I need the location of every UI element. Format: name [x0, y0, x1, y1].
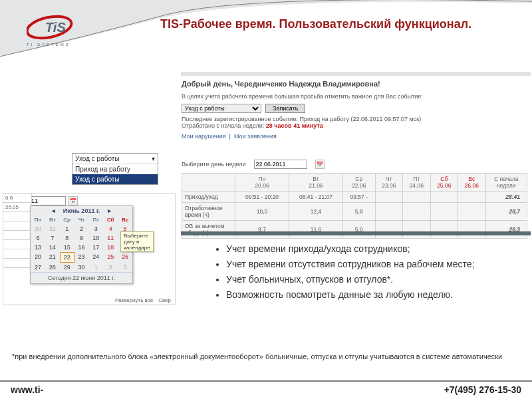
footnote: *при внедрении дополнительного блока «эл…: [12, 352, 517, 360]
cal-day[interactable]: 31: [45, 224, 60, 233]
cal-day[interactable]: 29: [60, 263, 74, 272]
timesheet-cell: [375, 192, 402, 203]
timesheet-cell: 11,6: [289, 221, 342, 239]
week-date-input[interactable]: [254, 160, 307, 169]
cal-day[interactable]: 28: [45, 263, 60, 272]
cal-day[interactable]: 2: [103, 263, 118, 272]
divider-band: [181, 231, 531, 235]
last-event-text: Последнее зарегистрированное событие: Пр…: [182, 116, 527, 122]
cal-dow: Вт: [45, 215, 60, 224]
week-panel: Выберите день недели 📅 Пн20.06Вт21.06Ср2…: [182, 160, 527, 239]
cal-day[interactable]: 21: [45, 252, 60, 263]
cal-day[interactable]: 11: [103, 233, 118, 243]
timesheet-cell: [403, 192, 430, 203]
left-mini-grid: 0 8 25.05: [3, 193, 32, 268]
timesheet-row-label: ОВ за вычетом обеда (ч): [182, 221, 235, 239]
timesheet-cell: 09:57 -: [342, 192, 375, 203]
timesheet-table: Пн20.06Вт21.06Ср22.06Чт23.06Пт24.06Сб25.…: [182, 173, 527, 239]
cal-dow: Ср: [60, 215, 74, 224]
timesheet-row-label: Отработанное время (ч): [182, 203, 235, 221]
timesheet-header: Пн20.06: [235, 174, 289, 192]
feature-list: Учет времени прихода/ухода сотрудников; …: [226, 243, 512, 304]
cal-today-link[interactable]: Сегодня 22 июня 2011 г.: [31, 272, 132, 283]
timesheet-cell: [430, 203, 458, 221]
dropdown-selected: Уход с работы: [75, 155, 119, 162]
timesheet-cell: 10,5: [235, 203, 289, 221]
timesheet-cell: [458, 203, 485, 221]
cal-day[interactable]: 7: [45, 233, 60, 243]
link-requests[interactable]: Мои заявления: [234, 133, 277, 140]
timesheet-total: 28,7: [485, 203, 527, 221]
timesheet-cell: [403, 221, 430, 239]
cal-day[interactable]: 10: [88, 233, 103, 243]
cal-day[interactable]: 20: [31, 252, 45, 263]
intro-text: В целях учета рабочего времени большая п…: [182, 93, 527, 100]
timesheet-cell: [375, 221, 402, 239]
cal-day[interactable]: 14: [45, 243, 60, 252]
cal-dow: Сб: [103, 215, 118, 224]
dropdown-option[interactable]: Приход на работу: [72, 164, 158, 174]
cal-day[interactable]: 3: [88, 224, 103, 233]
timesheet-cell: [458, 221, 485, 239]
week-pick-label: Выберите день недели: [182, 161, 246, 168]
worked-value: 28 часов 41 минута: [266, 122, 323, 129]
cal-day[interactable]: 4: [103, 224, 118, 233]
cal-day[interactable]: 27: [31, 263, 45, 272]
cal-day[interactable]: 16: [74, 243, 89, 252]
cal-day[interactable]: 26: [118, 252, 132, 263]
cal-day[interactable]: 1: [60, 224, 74, 233]
footer-site: www.ti-: [11, 384, 43, 395]
cal-day[interactable]: 6: [31, 233, 45, 243]
cal-dow: Чт: [74, 215, 89, 224]
cal-day[interactable]: 9: [74, 233, 89, 243]
logo-subtitle: TI SYSTEMS: [27, 43, 86, 47]
cal-day[interactable]: 24: [88, 252, 103, 263]
divider-top: [181, 72, 531, 76]
expand-all-link[interactable]: Развернуть все: [115, 297, 153, 303]
event-dropdown-open[interactable]: Уход с работы ▾ Приход на работу Уход с …: [72, 153, 158, 185]
cal-month-title: Июнь 2011 г.: [63, 207, 100, 214]
cal-day[interactable]: 30: [31, 224, 45, 233]
calendar-widget: 📅 0 8 25.05 ◄ Июнь 2011 г. ► Выберите да…: [3, 193, 176, 305]
cal-day[interactable]: 23: [74, 252, 89, 263]
collapse-all-link[interactable]: Свер: [158, 297, 171, 303]
timesheet-cell: 12,4: [289, 203, 342, 221]
list-item: Возможность посмотреть данные за любую н…: [226, 289, 512, 301]
timesheet-total: 28:41: [485, 192, 527, 203]
timesheet-header: Ср22.06: [342, 174, 375, 192]
calendar-popup: ◄ Июнь 2011 г. ► Выберите дату в календа…: [30, 205, 133, 284]
cal-day[interactable]: 25: [103, 252, 118, 263]
cal-day[interactable]: 17: [88, 243, 103, 252]
timesheet-cell: 08:41 - 21:07: [289, 192, 342, 203]
page-title: TIS-Рабочее время. Пользовательский функ…: [133, 17, 499, 32]
cal-day[interactable]: 22: [60, 252, 74, 263]
cal-day[interactable]: 18: [103, 243, 118, 252]
timesheet-cell: [403, 203, 430, 221]
record-button[interactable]: Записать: [265, 104, 305, 113]
cal-day[interactable]: 2: [74, 224, 89, 233]
cal-day[interactable]: 3: [118, 263, 132, 272]
timesheet-header: С началанедели: [485, 174, 527, 192]
cal-next-icon[interactable]: ►: [104, 207, 115, 214]
svg-text:TiS: TiS: [45, 20, 66, 35]
event-select[interactable]: Уход с работы: [182, 104, 261, 113]
footer-phone: +7(495) 276-15-30: [444, 384, 521, 395]
cal-dow: Пн: [31, 215, 45, 224]
list-item: Учет времени прихода/ухода сотрудников;: [226, 243, 512, 255]
timesheet-header: Пт24.06: [403, 174, 430, 192]
cal-day[interactable]: 13: [31, 243, 45, 252]
link-violations[interactable]: Мои нарушения: [182, 133, 226, 140]
timesheet-cell: [430, 192, 458, 203]
cal-day[interactable]: 1: [88, 263, 103, 272]
list-item: Учет больничных, отпусков и отгулов*.: [226, 273, 512, 286]
dropdown-option-selected[interactable]: Уход с работы: [72, 174, 158, 184]
calendar-icon[interactable]: 📅: [68, 196, 78, 205]
calendar-icon[interactable]: 📅: [315, 160, 325, 169]
cal-day[interactable]: 30: [74, 263, 89, 272]
greeting: Добрый день, Чередниченко Надежда Владим…: [182, 80, 527, 88]
timesheet-header: Чт23.06: [375, 174, 402, 192]
cal-day[interactable]: 15: [60, 243, 74, 252]
cal-day[interactable]: 8: [60, 233, 74, 243]
cal-prev-icon[interactable]: ◄: [48, 207, 59, 214]
timesheet-cell: [458, 192, 485, 203]
